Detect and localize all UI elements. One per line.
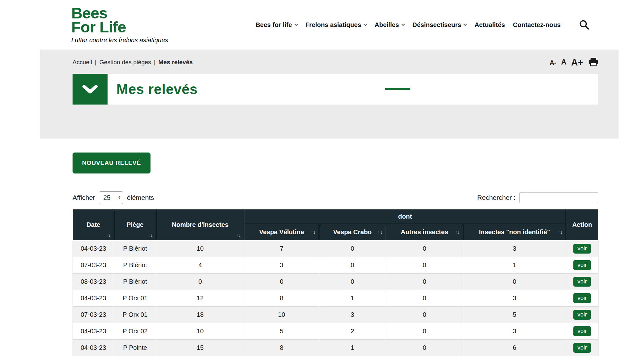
cell-date: 07-03-23: [73, 307, 114, 323]
breadcrumb-link[interactable]: Gestion des pièges: [99, 59, 151, 65]
chevron-down-icon: [73, 74, 108, 105]
cell-insectes-non-identifie: 3: [463, 290, 566, 307]
breadcrumb-current: Mes relevés: [158, 59, 193, 65]
search-label: Rechercher :: [477, 194, 515, 201]
brand-logo[interactable]: Bees For Life Lutter contre les frelons …: [71, 6, 168, 43]
nav-item-contactez-nous[interactable]: Contactez-nous: [513, 21, 561, 29]
table-row: 07-03-23 P Blériot 4 3 0 0 1 voir: [73, 257, 598, 274]
cell-insectes-non-identifie: 3: [463, 241, 566, 257]
brand-name-line2: For Life: [71, 20, 168, 34]
cell-autres-insectes: 0: [386, 340, 463, 356]
sort-icon: ↑↓: [311, 230, 316, 235]
cell-action: voir: [566, 323, 598, 340]
select-stepper-icon: ▲ ▼: [118, 196, 121, 199]
cell-insectes-non-identifie: 6: [463, 340, 566, 356]
nav-item-actualites[interactable]: Actualités: [474, 21, 505, 29]
cell-nombre-insectes: 10: [156, 241, 244, 257]
cell-nombre-insectes: 10: [156, 323, 244, 340]
voir-button[interactable]: voir: [573, 277, 591, 287]
cell-date: 04-03-23: [73, 290, 114, 307]
cell-vespa-crabo: 3: [319, 307, 386, 323]
table-row: 04-03-23 P Orx 02 10 5 2 0 3 voir: [73, 323, 598, 340]
voir-button[interactable]: voir: [573, 343, 591, 353]
page-title: Mes relevés: [116, 81, 198, 97]
cell-vespa-velutina: 0: [244, 274, 319, 290]
column-header-piege[interactable]: Piège↑↓: [114, 209, 156, 241]
sort-icon: ↑↓: [236, 233, 241, 238]
column-header-date[interactable]: Date↑↓: [73, 209, 114, 241]
cell-action: voir: [566, 241, 598, 257]
voir-button[interactable]: voir: [573, 244, 591, 254]
chevron-down-icon: [401, 22, 405, 26]
cell-date: 04-03-23: [73, 323, 114, 340]
nav-item-desinsectiseurs[interactable]: Désinsectiseurs: [412, 21, 466, 29]
cell-action: voir: [566, 274, 598, 290]
sort-icon: ↑↓: [378, 230, 383, 235]
cell-vespa-velutina: 5: [244, 323, 319, 340]
page-length-select[interactable]: 25 ▲ ▼: [99, 191, 123, 204]
font-normal-button[interactable]: A: [561, 58, 566, 66]
table-search-input[interactable]: [519, 192, 598, 203]
column-header-action: Action: [566, 209, 598, 241]
cell-vespa-velutina: 8: [244, 290, 319, 307]
cell-autres-insectes: 0: [386, 290, 463, 307]
table-controls: Afficher 25 ▲ ▼ éléments Rechercher :: [73, 191, 598, 204]
breadcrumb-link[interactable]: Accueil: [73, 59, 92, 65]
voir-button[interactable]: voir: [573, 326, 591, 336]
cell-date: 04-03-23: [73, 340, 114, 356]
table-row: 04-03-23 P Blériot 10 7 0 0 3 voir: [73, 241, 598, 257]
cell-insectes-non-identifie: 3: [463, 323, 566, 340]
sort-icon: ↑↓: [455, 230, 460, 235]
chevron-down-icon: [294, 22, 298, 26]
nav-item-label: Actualités: [474, 21, 505, 29]
nav-item-abeilles[interactable]: Abeilles: [374, 21, 404, 29]
cell-date: 07-03-23: [73, 257, 114, 274]
chevron-down-icon: [464, 22, 467, 26]
column-header-vespa-crabo[interactable]: Vespa Crabo↑↓: [319, 224, 386, 241]
cell-vespa-crabo: 1: [319, 340, 386, 356]
cell-piege: P Blériot: [114, 241, 156, 257]
cell-autres-insectes: 0: [386, 307, 463, 323]
cell-autres-insectes: 0: [386, 241, 463, 257]
table-row: 08-03-23 P Blériot 0 0 0 0 0 voir: [73, 274, 598, 290]
voir-button[interactable]: voir: [573, 293, 591, 303]
breadcrumb-separator: |: [95, 59, 96, 65]
nav-item-frelons-asiatiques[interactable]: Frelons asiatiques: [305, 21, 367, 29]
cell-action: voir: [566, 340, 598, 356]
voir-button[interactable]: voir: [573, 260, 591, 270]
cell-piege: P Blériot: [114, 257, 156, 274]
column-header-nombre-insectes[interactable]: Nombre d'insectes↑↓: [156, 209, 244, 241]
chevron-down-icon: [364, 22, 367, 26]
cell-vespa-crabo: 0: [319, 274, 386, 290]
search-icon[interactable]: [578, 19, 590, 31]
cell-piege: P Orx 02: [114, 323, 156, 340]
sort-icon: ↑↓: [106, 233, 111, 238]
cell-action: voir: [566, 290, 598, 307]
column-header-autres-insectes[interactable]: Autres insectes↑↓: [386, 224, 463, 241]
new-releve-button[interactable]: NOUVEAU RELEVÉ: [73, 153, 150, 173]
cell-insectes-non-identifie: 1: [463, 257, 566, 274]
voir-button[interactable]: voir: [573, 310, 591, 320]
cell-vespa-crabo: 2: [319, 323, 386, 340]
title-dash-decoration: [385, 88, 410, 90]
cell-vespa-crabo: 0: [319, 257, 386, 274]
nav-item-label: Bees for life: [256, 21, 292, 29]
print-icon[interactable]: [589, 58, 598, 66]
nav-item-bees-for-life[interactable]: Bees for life: [256, 21, 297, 29]
page-length-value: 25: [103, 194, 110, 201]
font-smaller-button[interactable]: A-: [550, 59, 556, 66]
cell-insectes-non-identifie: 5: [463, 307, 566, 323]
column-header-vespa-velutina[interactable]: Vespa Vélutina↑↓: [244, 224, 319, 241]
table-row: 07-03-23 P Orx 01 18 10 3 0 5 voir: [73, 307, 598, 323]
cell-insectes-non-identifie: 0: [463, 274, 566, 290]
cell-autres-insectes: 0: [386, 274, 463, 290]
table-header: Date↑↓ Piège↑↓ Nombre d'insectes↑↓ dont …: [73, 209, 598, 241]
cell-autres-insectes: 0: [386, 323, 463, 340]
breadcrumb: Accueil|Gestion des pièges|Mes relevés: [73, 59, 193, 66]
font-size-controls: A- A A+: [550, 58, 598, 66]
cell-nombre-insectes: 12: [156, 290, 244, 307]
cell-vespa-velutina: 10: [244, 307, 319, 323]
breadcrumb-separator: |: [154, 59, 156, 65]
column-header-insectes-non-identifie[interactable]: Insectes "non identifié"↑↓: [463, 224, 566, 241]
font-larger-button[interactable]: A+: [571, 58, 583, 66]
